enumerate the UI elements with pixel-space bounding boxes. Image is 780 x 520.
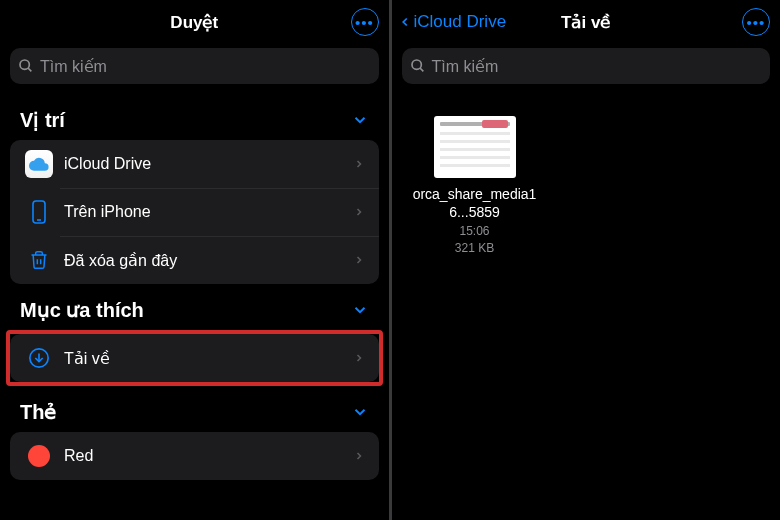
chevron-right-icon [353,157,365,171]
chevron-right-icon [353,449,365,463]
chevron-down-icon [351,403,369,421]
page-title: Duyệt [170,12,218,33]
row-label: Red [64,447,353,465]
favorite-downloads[interactable]: Tải về [10,334,379,382]
location-recently-deleted[interactable]: Đã xóa gần đây [10,236,379,284]
tag-red[interactable]: Red [10,432,379,480]
file-size: 321 KB [410,241,540,255]
location-icloud-drive[interactable]: iCloud Drive [10,140,379,188]
back-button[interactable]: iCloud Drive [398,12,507,32]
back-label: iCloud Drive [414,12,507,32]
chevron-right-icon [353,351,365,365]
file-grid: orca_share_media16...5859 15:06 321 KB [392,94,781,273]
favorites-title: Mục ưa thích [20,298,144,322]
page-title: Tải về [561,12,610,33]
download-icon [24,347,54,369]
ellipsis-icon: ••• [747,15,766,30]
tag-dot-icon [24,445,54,467]
ellipsis-icon: ••• [355,15,374,30]
chevron-right-icon [353,253,365,267]
search-placeholder: Tìm kiếm [40,57,107,76]
browse-screen: Duyệt ••• Tìm kiếm Vị trí iCloud Drive [0,0,392,520]
right-header: iCloud Drive Tải về ••• [392,0,781,44]
search-placeholder: Tìm kiếm [432,57,499,76]
downloads-screen: iCloud Drive Tải về ••• Tìm kiếm orca_sh… [392,0,781,520]
chevron-right-icon [353,205,365,219]
svg-line-1 [28,68,31,71]
row-label: Trên iPhone [64,203,353,221]
favorites-header[interactable]: Mục ưa thích [0,284,389,330]
locations-list: iCloud Drive Trên iPhone Đã xóa gần đây [0,140,389,284]
search-icon [18,58,34,74]
tags-list: Red [0,432,389,480]
row-label: Đã xóa gần đây [64,251,353,270]
chevron-down-icon [351,301,369,319]
location-on-iphone[interactable]: Trên iPhone [10,188,379,236]
file-item[interactable]: orca_share_media16...5859 15:06 321 KB [410,116,540,255]
row-label: Tải về [64,349,353,368]
tags-header[interactable]: Thẻ [0,386,389,432]
locations-header[interactable]: Vị trí [0,94,389,140]
file-name: orca_share_media16...5859 [410,186,540,221]
locations-title: Vị trí [20,108,65,132]
left-header: Duyệt ••• [0,0,389,44]
iphone-icon [24,200,54,224]
svg-point-0 [20,60,29,69]
chevron-down-icon [351,111,369,129]
icloud-icon [24,150,54,178]
trash-icon [24,249,54,271]
search-input[interactable]: Tìm kiếm [402,48,771,84]
more-button[interactable]: ••• [351,8,379,36]
favorites-list: Tải về [10,334,379,382]
more-button[interactable]: ••• [742,8,770,36]
file-time: 15:06 [410,224,540,238]
row-label: iCloud Drive [64,155,353,173]
highlighted-row: Tải về [6,330,383,386]
tags-title: Thẻ [20,400,56,424]
svg-line-7 [420,68,423,71]
svg-point-6 [412,60,421,69]
browse-content: Vị trí iCloud Drive Trên iPhone [0,94,389,520]
chevron-left-icon [398,12,412,32]
search-icon [410,58,426,74]
search-input[interactable]: Tìm kiếm [10,48,379,84]
file-thumbnail [434,116,516,178]
